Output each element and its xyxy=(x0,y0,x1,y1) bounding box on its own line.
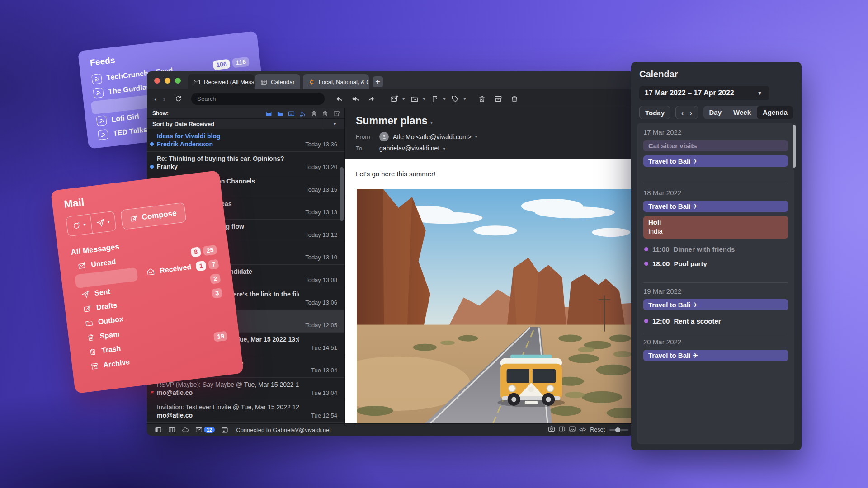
chevron-down-icon[interactable]: ▾ xyxy=(107,219,110,225)
sort-row[interactable]: Sort by Date Received ▾ xyxy=(147,119,344,129)
delete-icon[interactable] xyxy=(506,95,523,103)
calendar-status-icon[interactable] xyxy=(218,426,231,433)
event-dinner[interactable]: 11:00 Dinner with friends xyxy=(644,245,788,253)
tab-received[interactable]: Received (All Messages) xyxy=(188,74,254,89)
desert-van-photo xyxy=(357,189,634,423)
mark-spam-icon[interactable] xyxy=(474,95,490,103)
archive-icon xyxy=(90,362,99,371)
chevron-down-icon[interactable]: ▾ xyxy=(83,221,86,228)
mail-toolbar: ‹ › ▾ ▾ ▾ ▾ xyxy=(147,89,634,108)
tab-label: Calendar xyxy=(271,79,295,85)
sort-chevron-icon[interactable]: ▾ xyxy=(325,119,344,129)
event-travel-bali[interactable]: Travel to Bali ✈ xyxy=(643,350,788,361)
archive-icon[interactable] xyxy=(490,95,506,103)
filter-mail-icon[interactable] xyxy=(265,110,272,117)
chevron-down-icon[interactable]: ▾ xyxy=(443,96,447,101)
message-row[interactable]: Re: Thinking of buying this car. Opinion… xyxy=(147,152,344,174)
unread-badge: 8 xyxy=(190,247,201,257)
reply-icon[interactable] xyxy=(331,95,347,103)
window-controls xyxy=(147,78,188,89)
capture-page-icon[interactable] xyxy=(548,425,555,434)
connected-status-text: Connected to GabrielaV@vivaldi.net xyxy=(236,427,331,433)
tiling-icon[interactable] xyxy=(165,426,179,433)
message-body: Let's go here this summer! xyxy=(345,159,634,423)
view-agenda[interactable]: Agenda xyxy=(757,106,793,119)
agenda-date: 20 Mar 2022 xyxy=(643,338,788,346)
zoom-window-button[interactable] xyxy=(175,78,181,84)
page-actions-icon[interactable]: </> xyxy=(579,427,585,433)
view-day[interactable]: Day xyxy=(703,106,728,119)
compose-button[interactable]: Compose xyxy=(120,202,186,230)
list-scrollbar[interactable] xyxy=(340,167,344,221)
chevron-down-icon[interactable]: ▾ xyxy=(463,96,467,101)
message-row[interactable]: Ideas for Vivaldi blog Fredrik Andersson… xyxy=(147,129,344,152)
label-tag-icon[interactable] xyxy=(447,95,463,103)
filter-mail-check-icon[interactable] xyxy=(288,110,295,117)
forward-mail-icon[interactable] xyxy=(363,95,380,103)
move-to-folder-icon[interactable] xyxy=(406,95,423,103)
rss-icon xyxy=(96,115,107,126)
filter-folder-icon[interactable] xyxy=(277,110,283,117)
event-rent-scooter[interactable]: 12:00 Rent a scooter xyxy=(644,317,788,325)
panel-toggle-icon[interactable] xyxy=(151,426,165,433)
search-input[interactable] xyxy=(191,93,325,105)
event-dot xyxy=(644,319,648,323)
reload-icon[interactable] xyxy=(175,95,182,103)
event-travel-bali[interactable]: Travel to Bali ✈ xyxy=(643,201,788,212)
minimize-window-button[interactable] xyxy=(165,78,170,84)
agenda-scrollbar[interactable] xyxy=(793,125,796,168)
send-mail-button[interactable]: ▾ xyxy=(90,211,116,233)
open-envelope-icon xyxy=(146,267,155,277)
new-tab-button[interactable]: + xyxy=(373,76,383,87)
prev-period-button[interactable]: ‹ xyxy=(681,109,684,117)
tab-calendar[interactable]: Calendar xyxy=(255,74,300,89)
toggle-images-icon[interactable] xyxy=(569,425,576,434)
filter-spam-icon[interactable] xyxy=(311,110,317,117)
chevron-down-icon[interactable]: ▾ xyxy=(475,134,479,139)
red-flag-icon xyxy=(150,390,155,396)
close-window-button[interactable] xyxy=(154,78,160,84)
event-holi[interactable]: Holi India xyxy=(643,216,788,239)
event-pool-party[interactable]: 18:00 Pool party xyxy=(644,260,788,267)
unread-dot xyxy=(150,142,154,146)
event-cat-sitter[interactable]: Cat sitter visits xyxy=(643,140,788,151)
to-value[interactable]: gabrielav@vivaldi.net xyxy=(379,145,439,152)
refresh-mail-button[interactable]: ▾ xyxy=(66,214,92,236)
message-row[interactable]: Invitation: Test event invite @ Tue, Mar… xyxy=(147,400,344,423)
event-dot xyxy=(644,247,648,251)
avatar xyxy=(379,132,389,141)
mail-status-icon[interactable]: 12 xyxy=(192,426,218,433)
chevron-down-icon[interactable]: ▾ xyxy=(430,119,435,126)
chevron-down-icon[interactable]: ▾ xyxy=(423,96,427,101)
calendar-panel: Calendar 17 Mar 2022 – 17 Apr 2022 ▼ Tod… xyxy=(631,62,802,450)
chevron-down-icon[interactable]: ▾ xyxy=(402,96,406,101)
calendar-icon xyxy=(260,79,267,85)
sync-cloud-icon[interactable] xyxy=(179,426,192,433)
filter-archive-icon[interactable] xyxy=(333,110,340,117)
tab-news[interactable]: Local, National, & Global D xyxy=(303,74,369,89)
filter-feeds-icon[interactable] xyxy=(299,110,306,117)
folder-icon xyxy=(85,319,94,328)
reply-all-icon[interactable] xyxy=(347,95,363,103)
chevron-down-icon[interactable]: ▾ xyxy=(443,146,447,151)
zoom-slider[interactable] xyxy=(609,429,628,431)
mark-read-icon[interactable] xyxy=(386,95,402,103)
show-label: Show: xyxy=(152,110,169,117)
zoom-slider-knob[interactable] xyxy=(615,427,620,432)
forward-button[interactable]: › xyxy=(163,94,166,104)
back-button[interactable]: ‹ xyxy=(154,94,157,104)
from-value[interactable]: Atle Mo <atle@vivaldi.com> xyxy=(393,133,472,141)
tiling-layout-icon[interactable] xyxy=(558,425,566,434)
filter-trash-icon[interactable] xyxy=(322,110,329,117)
dropdown-icon: ▼ xyxy=(757,90,764,96)
zoom-reset-button[interactable]: Reset xyxy=(589,427,606,433)
view-week[interactable]: Week xyxy=(727,106,757,119)
next-period-button[interactable]: › xyxy=(690,109,692,117)
flag-icon[interactable] xyxy=(427,95,443,103)
today-button[interactable]: Today xyxy=(639,106,670,119)
drafts-icon xyxy=(83,305,92,314)
tab-label: Received (All Messages) xyxy=(204,79,254,85)
event-travel-bali[interactable]: Travel to Bali ✈ xyxy=(643,155,788,167)
date-range-selector[interactable]: 17 Mar 2022 – 17 Apr 2022 ▼ xyxy=(639,86,769,100)
event-travel-bali[interactable]: Travel to Bali ✈ xyxy=(643,299,788,310)
